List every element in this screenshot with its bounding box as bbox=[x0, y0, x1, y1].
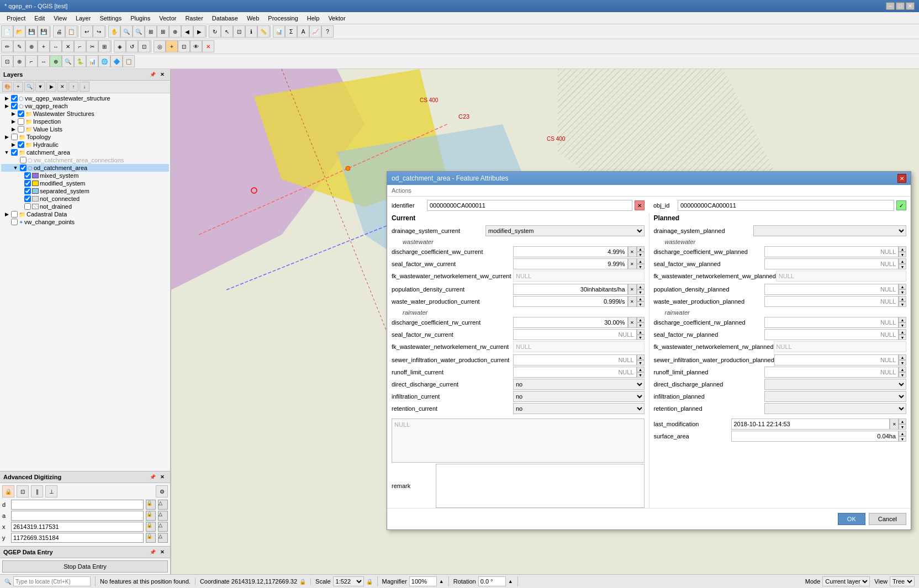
zoom-prev-btn[interactable]: ◀ bbox=[181, 25, 193, 38]
dc-ww-p-down[interactable]: ▼ bbox=[899, 252, 906, 257]
qgep-btn-2[interactable]: ⊕ bbox=[13, 55, 25, 67]
qgep-btn-9[interactable]: 🌐 bbox=[98, 55, 110, 67]
undo-btn[interactable]: ↩ bbox=[81, 25, 93, 38]
menu-project[interactable]: Project bbox=[2, 14, 30, 23]
d-lock-btn[interactable]: 🔒 bbox=[146, 500, 156, 510]
move-up-btn[interactable]: ↑ bbox=[68, 82, 78, 92]
qgep-btn-1[interactable]: ⊡ bbox=[1, 55, 13, 67]
check-topo[interactable] bbox=[11, 134, 18, 140]
x-input[interactable] bbox=[11, 522, 144, 532]
digitize-btn[interactable]: ✎ bbox=[13, 40, 25, 52]
pop-dens-curr-input[interactable] bbox=[513, 284, 628, 295]
move-down-btn[interactable]: ↓ bbox=[80, 82, 89, 92]
refresh-btn[interactable]: ↻ bbox=[209, 25, 221, 38]
layer-check-wastewater[interactable] bbox=[11, 95, 18, 102]
dc-rw-up[interactable]: ▲ bbox=[637, 317, 645, 322]
zoom-next-btn[interactable]: ▶ bbox=[193, 25, 205, 38]
minimize-button[interactable]: − bbox=[886, 2, 895, 10]
direct-disc-planned-select[interactable]: no yes bbox=[764, 379, 907, 390]
save-btn[interactable]: 💾 bbox=[25, 25, 38, 38]
sf-ww-curr-up[interactable]: ▲ bbox=[637, 258, 645, 264]
menu-vector[interactable]: Vector bbox=[155, 14, 181, 23]
wwp-curr-input[interactable] bbox=[513, 296, 628, 307]
lm-up[interactable]: ▲ bbox=[899, 419, 906, 424]
sf-ww-p-up[interactable]: ▲ bbox=[899, 258, 906, 264]
menu-help[interactable]: Help bbox=[303, 14, 324, 23]
check-vl[interactable] bbox=[18, 126, 24, 133]
wwp-p-up[interactable]: ▲ bbox=[899, 296, 906, 301]
qgep-btn-3[interactable]: ⌐ bbox=[25, 55, 38, 67]
qgep-btn-10[interactable]: 🔷 bbox=[110, 55, 123, 67]
delete-feature-btn[interactable]: ✕ bbox=[62, 40, 74, 52]
sf-ww-curr-clear[interactable]: ✕ bbox=[628, 258, 637, 269]
check-ca[interactable] bbox=[11, 149, 18, 156]
sewer-inf-curr-input[interactable] bbox=[513, 354, 637, 365]
measure-btn[interactable]: 📏 bbox=[257, 25, 270, 38]
dc-rw-p-up[interactable]: ▲ bbox=[899, 317, 906, 322]
sf-ww-curr-down[interactable]: ▼ bbox=[637, 264, 645, 269]
pop-p-down[interactable]: ▼ bbox=[899, 289, 906, 295]
adv-lock-btn[interactable]: 🔒 bbox=[2, 485, 14, 497]
pop-down[interactable]: ▼ bbox=[637, 289, 645, 295]
layer-od-catchment-area[interactable]: ▼ ⬡ od_catchment_area bbox=[1, 164, 169, 172]
sf-rw-p-down[interactable]: ▼ bbox=[899, 335, 906, 340]
calc-btn[interactable]: ? bbox=[321, 25, 334, 38]
dc-ww-p-up[interactable]: ▲ bbox=[899, 246, 906, 252]
move-feature-btn[interactable]: ↔ bbox=[50, 40, 62, 52]
dc-ww-curr-clear[interactable]: ✕ bbox=[628, 246, 637, 257]
drainage-sys-planned-select[interactable]: modified_system mixed_system bbox=[753, 225, 907, 236]
check-ws[interactable] bbox=[18, 110, 24, 117]
pop-dens-planned-input[interactable] bbox=[764, 284, 899, 295]
runoff-p-up[interactable]: ▲ bbox=[899, 367, 906, 372]
remove-layer-btn[interactable]: ✕ bbox=[57, 82, 67, 92]
sewer-inf-up[interactable]: ▲ bbox=[637, 354, 645, 360]
wwp-planned-input[interactable] bbox=[764, 296, 899, 307]
qgep-btn-8[interactable]: 📊 bbox=[86, 55, 98, 67]
menu-web[interactable]: Web bbox=[242, 14, 263, 23]
node-tool-btn[interactable]: ◈ bbox=[114, 40, 126, 52]
view-select[interactable]: Tree List bbox=[890, 576, 915, 586]
layer-value-lists[interactable]: ▶ 📁 Value Lists bbox=[1, 125, 169, 133]
runoff-planned-input[interactable] bbox=[764, 367, 899, 378]
dc-rw-planned-input[interactable] bbox=[764, 317, 899, 328]
runoff-down[interactable]: ▼ bbox=[637, 372, 645, 378]
check-cac[interactable] bbox=[20, 157, 27, 163]
zoom-layer-btn[interactable]: ⊞ bbox=[157, 25, 169, 38]
layer-topology[interactable]: ▶ 📁 Topology bbox=[1, 133, 169, 141]
a-lock-btn[interactable]: 🔒 bbox=[146, 511, 156, 521]
y-rel-btn[interactable]: △ bbox=[158, 533, 168, 543]
new-project-btn[interactable]: 📄 bbox=[1, 25, 13, 38]
check-hyd[interactable] bbox=[18, 141, 24, 148]
save-as-btn[interactable]: 💾 bbox=[38, 25, 50, 38]
direct-disc-curr-select[interactable]: no yes bbox=[513, 379, 645, 390]
runoff-curr-input[interactable] bbox=[513, 367, 637, 378]
layers-pin-btn[interactable]: 📌 bbox=[148, 71, 157, 78]
check-notconn[interactable] bbox=[24, 195, 31, 202]
pop-up[interactable]: ▲ bbox=[637, 284, 645, 289]
filter-layers-btn[interactable]: 🔍 bbox=[24, 82, 34, 92]
infil-planned-select[interactable]: no yes bbox=[764, 391, 907, 402]
wwp-curr-clear[interactable]: ✕ bbox=[628, 296, 637, 307]
sewer-inf-planned-input[interactable] bbox=[774, 354, 899, 365]
dc-rw-down[interactable]: ▼ bbox=[637, 322, 645, 328]
check-mixed[interactable] bbox=[24, 172, 31, 179]
adv-perpendicular-btn[interactable]: ⊥ bbox=[45, 485, 57, 497]
select-btn[interactable]: ↖ bbox=[221, 25, 233, 38]
check-cad[interactable] bbox=[11, 211, 18, 218]
layer-hydraulic[interactable]: ▶ 📁 Hydraulic bbox=[1, 141, 169, 149]
sf-ww-curr-input[interactable] bbox=[513, 258, 628, 269]
eye-btn[interactable]: 👁 bbox=[190, 40, 202, 52]
dc-rw-curr-input[interactable] bbox=[513, 317, 628, 328]
layer-change-points[interactable]: ✦ vw_change_points bbox=[1, 218, 169, 226]
attr-table-btn[interactable]: 📊 bbox=[273, 25, 285, 38]
adv-settings-btn[interactable]: ⚙ bbox=[156, 485, 168, 497]
zoom-out-btn[interactable]: 🔍 bbox=[133, 25, 145, 38]
layer-not-drained[interactable]: not_drained bbox=[1, 203, 169, 210]
vertex-btn[interactable]: ⊡ bbox=[178, 40, 190, 52]
y-lock-btn[interactable]: 🔒 bbox=[146, 533, 156, 543]
pop-dens-curr-clear[interactable]: ✕ bbox=[628, 284, 637, 295]
dc-ww-planned-input[interactable] bbox=[764, 246, 899, 257]
layer-cadastral[interactable]: ▶ 📁 Cadastral Data bbox=[1, 210, 169, 218]
pan-btn[interactable]: ✋ bbox=[108, 25, 120, 38]
dc-ww-curr-up[interactable]: ▲ bbox=[637, 246, 645, 252]
